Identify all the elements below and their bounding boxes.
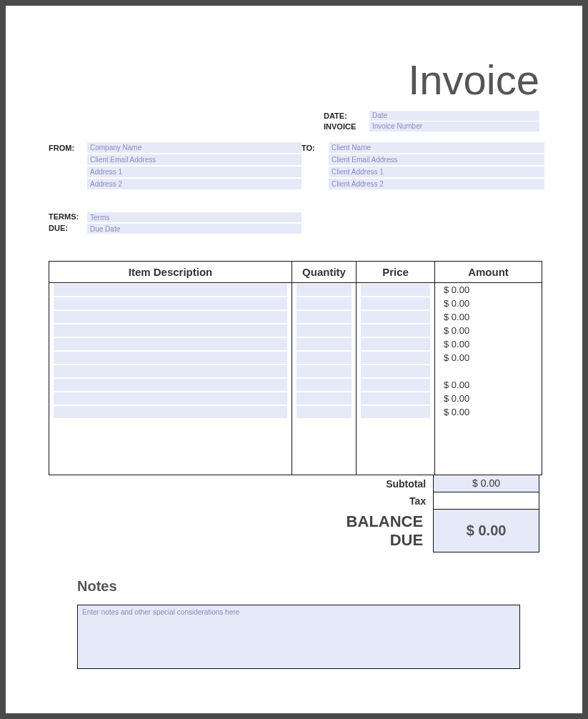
- invoice-title: Invoice: [49, 56, 539, 104]
- due-label: DUE:: [49, 224, 81, 235]
- to-address1-field[interactable]: Client Address 1: [329, 167, 544, 177]
- table-row: $ 0.00: [49, 324, 542, 337]
- price-cell[interactable]: [361, 338, 430, 350]
- parties: FROM: Company Name Client Email Address …: [49, 142, 539, 191]
- terms-label: TERMS:: [49, 212, 81, 224]
- table-row: $ 0.00: [49, 351, 542, 365]
- price-cell[interactable]: [361, 311, 430, 323]
- balance-due-value: $ 0.00: [434, 510, 539, 552]
- table-row: $ 0.00: [49, 392, 542, 405]
- notes-field[interactable]: Enter notes and other special considerat…: [77, 605, 520, 669]
- subtotal-value: $ 0.00: [434, 475, 539, 492]
- invoice-number-field[interactable]: Invoice Number: [369, 122, 539, 132]
- qty-cell[interactable]: [297, 365, 352, 377]
- desc-cell[interactable]: [54, 352, 287, 364]
- price-cell[interactable]: [361, 392, 430, 405]
- invoice-number-label: INVOICE: [324, 122, 369, 131]
- qty-cell[interactable]: [297, 392, 352, 405]
- notes-heading: Notes: [77, 578, 539, 595]
- col-amount: Amount: [435, 262, 542, 283]
- desc-cell[interactable]: [54, 392, 287, 405]
- table-row: $ 0.00: [49, 405, 542, 419]
- desc-cell[interactable]: [54, 338, 287, 350]
- price-cell[interactable]: [361, 365, 430, 377]
- from-address1-field[interactable]: Address 1: [87, 167, 302, 177]
- amount-cell: $ 0.00: [439, 406, 537, 418]
- desc-cell[interactable]: [54, 406, 287, 418]
- amount-cell: $ 0.00: [439, 311, 537, 323]
- balance-due-label: BALANCE DUE: [347, 510, 434, 552]
- tax-value[interactable]: [434, 492, 539, 510]
- due-field[interactable]: Due Date: [87, 224, 302, 234]
- amount-cell: $ 0.00: [439, 324, 537, 337]
- from-company-field[interactable]: Company Name: [87, 142, 302, 153]
- invoice-page: Invoice DATE: Date INVOICE Invoice Numbe…: [6, 6, 582, 713]
- table-row: $ 0.00: [49, 337, 542, 351]
- items-table: Item Description Quantity Price Amount $…: [49, 261, 542, 475]
- col-price: Price: [357, 262, 435, 283]
- price-cell[interactable]: [361, 324, 430, 337]
- table-row: $ 0.00: [49, 297, 542, 310]
- qty-cell[interactable]: [297, 311, 352, 323]
- table-row: $ 0.00: [49, 378, 542, 392]
- desc-cell[interactable]: [54, 311, 287, 323]
- qty-cell[interactable]: [297, 379, 352, 391]
- to-label: TO:: [302, 142, 323, 191]
- table-row: [49, 365, 542, 378]
- amount-cell: $ 0.00: [439, 379, 537, 391]
- qty-cell[interactable]: [297, 297, 352, 309]
- to-block: TO: Client Name Client Email Address Cli…: [302, 142, 544, 191]
- from-label: FROM:: [49, 142, 81, 191]
- table-row: $ 0.00: [49, 283, 542, 297]
- terms-field[interactable]: Terms: [87, 212, 302, 222]
- desc-cell[interactable]: [54, 297, 287, 309]
- terms-block: TERMS: DUE: Terms Due Date: [49, 212, 539, 235]
- qty-cell[interactable]: [297, 352, 352, 364]
- desc-cell[interactable]: [54, 365, 287, 377]
- amount-cell: [439, 365, 537, 377]
- table-row: $ 0.00: [49, 310, 542, 324]
- to-address2-field[interactable]: Client Address 2: [329, 179, 544, 189]
- qty-cell[interactable]: [297, 284, 352, 296]
- amount-cell: $ 0.00: [439, 297, 537, 309]
- desc-cell[interactable]: [54, 379, 287, 391]
- from-block: FROM: Company Name Client Email Address …: [49, 142, 302, 191]
- subtotal-label: Subtotal: [347, 475, 434, 492]
- price-cell[interactable]: [361, 297, 430, 309]
- to-name-field[interactable]: Client Name: [329, 142, 544, 153]
- date-label: DATE:: [324, 111, 369, 120]
- qty-cell[interactable]: [297, 406, 352, 418]
- qty-cell[interactable]: [297, 338, 352, 350]
- date-field[interactable]: Date: [369, 111, 539, 121]
- from-email-field[interactable]: Client Email Address: [87, 154, 302, 165]
- col-quantity: Quantity: [292, 262, 357, 283]
- amount-cell: $ 0.00: [439, 338, 537, 350]
- desc-cell[interactable]: [54, 324, 287, 337]
- amount-cell: $ 0.00: [439, 352, 537, 364]
- price-cell[interactable]: [361, 284, 430, 296]
- qty-cell[interactable]: [297, 324, 352, 337]
- price-cell[interactable]: [361, 352, 430, 364]
- tax-label: Tax: [347, 492, 434, 510]
- price-cell[interactable]: [361, 379, 430, 391]
- from-address2-field[interactable]: Address 2: [87, 179, 302, 189]
- col-description: Item Description: [49, 262, 292, 283]
- price-cell[interactable]: [361, 406, 430, 418]
- to-email-field[interactable]: Client Email Address: [329, 154, 544, 165]
- amount-cell: $ 0.00: [439, 392, 537, 405]
- invoice-meta: DATE: Date INVOICE Invoice Number: [324, 111, 539, 132]
- desc-cell[interactable]: [54, 284, 287, 296]
- totals: Subtotal $ 0.00 Tax BALANCE DUE $ 0.00: [49, 475, 539, 553]
- amount-cell: $ 0.00: [439, 284, 537, 296]
